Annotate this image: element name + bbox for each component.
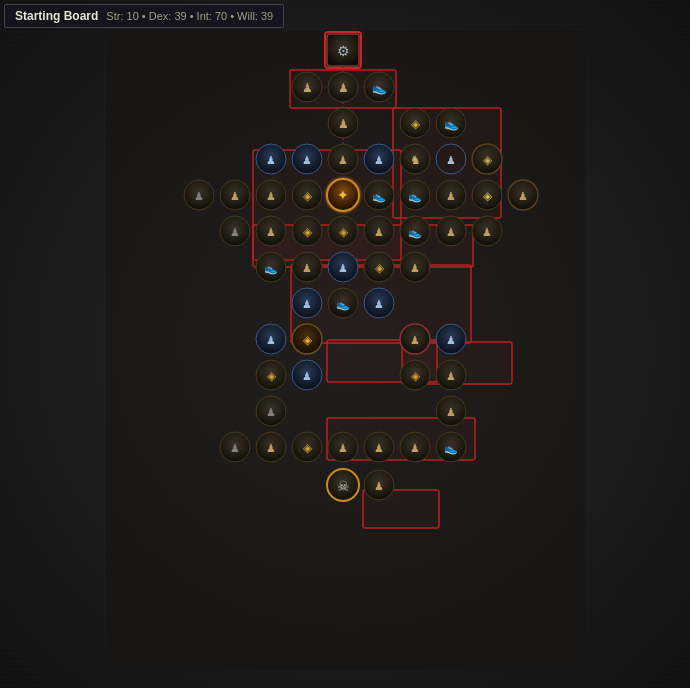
cell-r8c5[interactable]: ♟ xyxy=(292,288,322,318)
cell-r7c6[interactable]: ♟ xyxy=(328,252,358,282)
cell-top-connector[interactable]: ⚙ xyxy=(327,34,359,66)
cell-r10c4[interactable]: ◈ xyxy=(256,360,286,390)
cell-r5c4[interactable]: ♟ xyxy=(256,180,286,210)
svg-text:♟: ♟ xyxy=(446,154,456,166)
svg-text:♟: ♟ xyxy=(446,406,456,418)
svg-text:♟: ♟ xyxy=(302,154,312,166)
cell-r5c3[interactable]: ♟ xyxy=(220,180,250,210)
svg-text:◈: ◈ xyxy=(411,117,421,131)
cell-r6c9[interactable]: ♟ xyxy=(436,216,466,246)
svg-text:♟: ♟ xyxy=(374,226,384,238)
svg-text:♟: ♟ xyxy=(338,442,348,454)
cell-r10c8[interactable]: ◈ xyxy=(400,360,430,390)
cell-r6c10[interactable]: ♟ xyxy=(472,216,502,246)
svg-text:◈: ◈ xyxy=(303,225,313,239)
svg-text:♟: ♟ xyxy=(374,480,384,492)
cell-r5c11[interactable]: ♟ xyxy=(508,180,538,210)
svg-text:👟: 👟 xyxy=(264,261,278,275)
svg-text:♞: ♞ xyxy=(410,153,421,167)
svg-text:👟: 👟 xyxy=(372,189,386,203)
cell-r4c8[interactable]: ♞ xyxy=(400,144,430,174)
svg-text:♟: ♟ xyxy=(374,442,384,454)
svg-text:♟: ♟ xyxy=(266,406,276,418)
skill-board: ⚙ ♟ ♟ 👟 ♟ ◈ 👟 ♟ xyxy=(105,30,585,670)
cell-r2c6[interactable]: ♟ xyxy=(328,72,358,102)
svg-text:👟: 👟 xyxy=(444,116,459,131)
svg-text:✦: ✦ xyxy=(337,187,349,203)
cell-r8c6[interactable]: 👟 xyxy=(328,288,358,318)
svg-text:♟: ♟ xyxy=(446,226,456,238)
cell-r6c8[interactable]: 👟 xyxy=(400,216,430,246)
cell-r7c4[interactable]: 👟 xyxy=(256,252,286,282)
cell-r12c3[interactable]: ♟ xyxy=(220,432,250,462)
cell-r12c7[interactable]: ♟ xyxy=(364,432,394,462)
svg-text:◈: ◈ xyxy=(375,261,385,275)
cell-r8c7[interactable]: ♟ xyxy=(364,288,394,318)
cell-r5c6-center[interactable]: ✦ xyxy=(327,179,359,211)
cell-r4c6[interactable]: ♟ xyxy=(328,144,358,174)
cell-r6c3[interactable]: ♟ xyxy=(220,216,250,246)
cell-r7c8[interactable]: ♟ xyxy=(400,252,430,282)
cell-r9c5-gold[interactable]: ◈ xyxy=(292,324,322,354)
cell-r12c6[interactable]: ♟ xyxy=(328,432,358,462)
cell-r4c10[interactable]: ◈ xyxy=(472,144,502,174)
cell-r5c9[interactable]: ♟ xyxy=(436,180,466,210)
svg-text:👟: 👟 xyxy=(408,225,422,239)
cell-r6c6[interactable]: ◈ xyxy=(328,216,358,246)
cell-r6c4[interactable]: ♟ xyxy=(256,216,286,246)
svg-text:♟: ♟ xyxy=(194,190,204,202)
cell-r3c6[interactable]: ♟ xyxy=(328,108,358,138)
cell-r9c4-blue[interactable]: ♟ xyxy=(256,324,286,354)
cell-r12c8[interactable]: ♟ xyxy=(400,432,430,462)
cell-r5c10[interactable]: ◈ xyxy=(472,180,502,210)
svg-text:⚙: ⚙ xyxy=(337,43,350,59)
board-stats: Str: 10 • Dex: 39 • Int: 70 • Will: 39 xyxy=(106,10,273,22)
board-svg: ⚙ ♟ ♟ 👟 ♟ ◈ 👟 ♟ xyxy=(105,30,585,670)
cell-r12c9[interactable]: 👟 xyxy=(436,432,466,462)
cell-r11c4[interactable]: ♟ xyxy=(256,396,286,426)
cell-r7c5[interactable]: ♟ xyxy=(292,252,322,282)
svg-text:♟: ♟ xyxy=(266,190,276,202)
svg-text:♟: ♟ xyxy=(338,154,348,166)
header-bar: Starting Board Str: 10 • Dex: 39 • Int: … xyxy=(4,4,284,28)
svg-text:♟: ♟ xyxy=(266,334,276,346)
cell-r4c4[interactable]: ♟ xyxy=(256,144,286,174)
cell-r7c7[interactable]: ◈ xyxy=(364,252,394,282)
cell-r12c5[interactable]: ◈ xyxy=(292,432,322,462)
cell-r4c5[interactable]: ♟ xyxy=(292,144,322,174)
svg-text:◈: ◈ xyxy=(303,441,313,455)
cell-r10c9[interactable]: ♟ xyxy=(436,360,466,390)
cell-r3c8[interactable]: ◈ xyxy=(400,108,430,138)
svg-text:◈: ◈ xyxy=(483,153,493,167)
cell-r12c4[interactable]: ♟ xyxy=(256,432,286,462)
cell-r4c7[interactable]: ♟ xyxy=(364,144,394,174)
svg-text:♟: ♟ xyxy=(302,370,312,382)
svg-text:♟: ♟ xyxy=(482,226,492,238)
svg-text:👟: 👟 xyxy=(408,189,422,203)
cell-r5c5[interactable]: ◈ xyxy=(292,180,322,210)
cell-r9c8[interactable]: ♟ xyxy=(400,324,430,354)
svg-text:♟: ♟ xyxy=(302,81,313,95)
cell-r9c9[interactable]: ♟ xyxy=(436,324,466,354)
svg-text:♟: ♟ xyxy=(338,117,349,131)
svg-text:♟: ♟ xyxy=(266,442,276,454)
cell-r5c8[interactable]: 👟 xyxy=(400,180,430,210)
cell-r5c7[interactable]: 👟 xyxy=(364,180,394,210)
svg-text:◈: ◈ xyxy=(267,369,277,383)
cell-r6c5[interactable]: ◈ xyxy=(292,216,322,246)
cell-r13c5-skull[interactable]: ☠ xyxy=(327,469,359,501)
cell-r10c5-blue[interactable]: ♟ xyxy=(292,360,322,390)
cell-r5c2[interactable]: ♟ xyxy=(184,180,214,210)
cell-r11c9[interactable]: ♟ xyxy=(436,396,466,426)
svg-text:♟: ♟ xyxy=(374,298,384,310)
svg-text:♟: ♟ xyxy=(338,262,348,274)
svg-text:◈: ◈ xyxy=(303,189,313,203)
svg-text:♟: ♟ xyxy=(230,190,240,202)
cell-r13c6[interactable]: ♟ xyxy=(364,470,394,500)
svg-text:◈: ◈ xyxy=(411,369,421,383)
svg-text:♟: ♟ xyxy=(446,334,456,346)
cell-r6c7[interactable]: ♟ xyxy=(364,216,394,246)
cell-r3c9[interactable]: 👟 xyxy=(436,108,466,138)
svg-text:♟: ♟ xyxy=(410,262,420,274)
svg-text:◈: ◈ xyxy=(483,189,493,203)
